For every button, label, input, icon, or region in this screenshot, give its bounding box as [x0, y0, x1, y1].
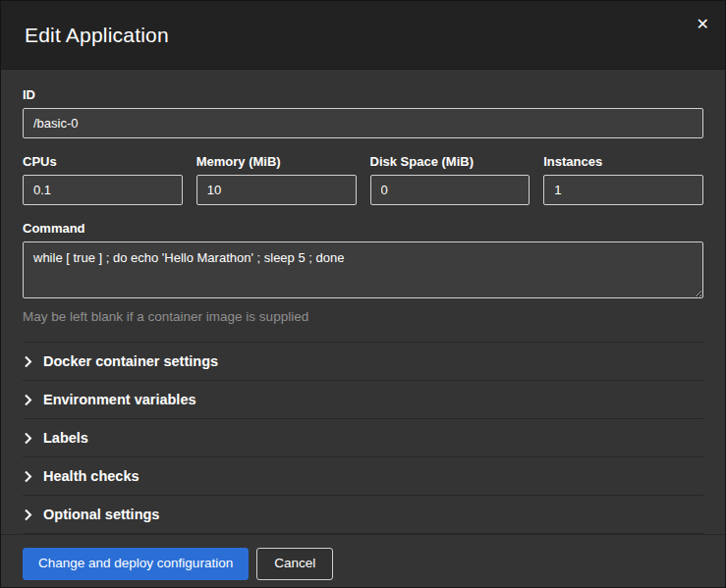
chevron-right-icon: [24, 508, 32, 521]
edit-application-modal: Edit Application ✕ ID CPUs Memory (MiB) …: [0, 0, 726, 588]
collapsible-sections: Docker container settings Environment va…: [23, 342, 703, 534]
memory-input[interactable]: [196, 175, 357, 205]
cancel-button[interactable]: Cancel: [256, 548, 333, 580]
chevron-right-icon: [24, 470, 32, 483]
command-label: Command: [23, 221, 703, 236]
resource-fields-row: CPUs Memory (MiB) Disk Space (MiB) Insta…: [23, 154, 703, 205]
section-health-checks[interactable]: Health checks: [23, 456, 703, 495]
id-field-group: ID: [23, 87, 703, 138]
section-label: Health checks: [43, 468, 140, 484]
modal-footer: Change and deploy configuration Cancel: [1, 534, 725, 588]
disk-label: Disk Space (MiB): [370, 154, 531, 169]
section-label: Labels: [43, 430, 88, 446]
modal-body: ID CPUs Memory (MiB) Disk Space (MiB) In…: [1, 70, 725, 534]
instances-field-group: Instances: [543, 154, 703, 205]
id-label: ID: [23, 87, 703, 102]
section-docker-container-settings[interactable]: Docker container settings: [23, 342, 703, 380]
chevron-right-icon: [24, 394, 32, 406]
command-help-text: May be left blank if a container image i…: [23, 309, 703, 324]
page-title: Edit Application: [25, 24, 169, 47]
memory-field-group: Memory (MiB): [196, 154, 357, 205]
chevron-right-icon: [24, 355, 32, 368]
cpus-input[interactable]: [23, 175, 183, 205]
disk-input[interactable]: [370, 175, 531, 205]
disk-field-group: Disk Space (MiB): [370, 154, 531, 205]
id-input[interactable]: [23, 108, 703, 138]
section-environment-variables[interactable]: Environment variables: [23, 380, 703, 418]
section-label: Environment variables: [43, 392, 196, 407]
modal-header: Edit Application ✕: [1, 1, 725, 70]
cpus-label: CPUs: [23, 154, 183, 169]
instances-input[interactable]: [543, 175, 703, 205]
section-optional-settings[interactable]: Optional settings: [23, 495, 703, 534]
close-icon[interactable]: ✕: [697, 17, 709, 32]
chevron-right-icon: [24, 432, 32, 445]
memory-label: Memory (MiB): [196, 154, 357, 169]
change-and-deploy-button[interactable]: Change and deploy configuration: [23, 548, 249, 580]
instances-label: Instances: [543, 154, 703, 169]
command-textarea[interactable]: while [ true ] ; do echo 'Hello Marathon…: [23, 241, 703, 298]
section-label: Docker container settings: [43, 353, 218, 369]
cpus-field-group: CPUs: [23, 154, 183, 205]
section-label: Optional settings: [43, 507, 159, 522]
command-field-group: Command while [ true ] ; do echo 'Hello …: [23, 221, 703, 324]
section-labels[interactable]: Labels: [23, 418, 703, 456]
